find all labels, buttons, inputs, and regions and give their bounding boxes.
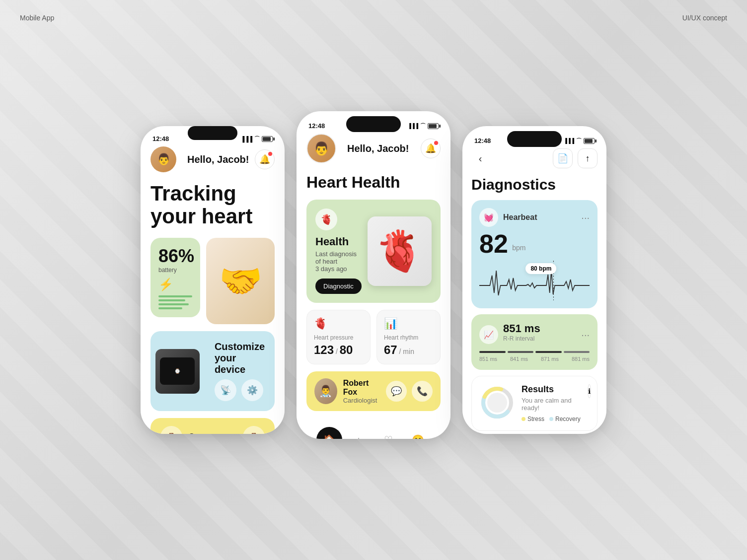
greeting-row-2: 👨 Hello, Jacob! 🔔	[306, 134, 441, 163]
page-label-left: Mobile App	[20, 14, 54, 22]
rr-val-1: 851 ms	[479, 356, 497, 362]
heart-3d-image: 🫀	[368, 216, 432, 286]
phone-diagnostics: 12:48 ▐▐▐ ⌒ ‹ 📄 ↑ Diagnostics	[462, 126, 606, 434]
connect-icon-left: ⌚	[160, 426, 182, 434]
settings-device-btn[interactable]: ⚙️	[241, 379, 263, 401]
heart-pressure-card: 🫀 Heart pressure 123 / 80	[306, 310, 371, 364]
pressure-value: 123 / 80	[314, 343, 363, 357]
notification-dot-2	[434, 141, 438, 145]
heartbeat-header: 💓 Hearbeat ···	[479, 208, 590, 227]
doctor-role: Cardiologist	[343, 397, 380, 404]
tracking-title: Tracking your heart	[150, 182, 275, 228]
phone2-content: 👨 Hello, Jacob! 🔔 Heart Health 🫀 Health …	[297, 134, 450, 439]
bpm-display: 82 bpm	[479, 231, 590, 257]
heart-health-title: Heart Health	[306, 173, 441, 192]
info-button[interactable]: ℹ	[588, 384, 591, 398]
nav-heart[interactable]: ♡	[375, 427, 401, 439]
signal-icon-2: ▐▐▐	[408, 123, 418, 129]
hello-text-1: Hello, Jacob!	[187, 154, 249, 165]
connect-bar[interactable]: ⌚ Connect >>> ⌚	[150, 418, 275, 434]
rr-labels: 851 ms 841 ms 871 ms 881 ms	[479, 356, 590, 362]
rr-bar-3	[535, 351, 562, 353]
results-sub: You are calm and ready!	[522, 397, 581, 412]
health-left: 🫀 Health Last diagnosis of heart 3 days …	[315, 209, 362, 294]
rr-title-block: 851 ms R-R interval	[503, 322, 540, 347]
bpm-value: 82	[479, 229, 508, 258]
results-title: Results	[522, 384, 581, 395]
rhythm-value: 67 / min	[384, 343, 433, 357]
connect-icon-right: ⌚	[243, 426, 265, 434]
rr-bar-4	[564, 351, 590, 353]
status-time-1: 12:48	[152, 135, 169, 142]
call-button[interactable]: 📞	[412, 381, 433, 402]
rr-val-2: 841 ms	[510, 356, 528, 362]
bell-button-2[interactable]: 🔔	[421, 139, 441, 158]
stress-label: Stress	[527, 416, 544, 422]
donut-chart-container	[480, 385, 515, 422]
results-card: Results You are calm and ready! Stress R…	[471, 376, 598, 431]
nav-profile[interactable]: 😊	[405, 427, 431, 439]
nav-plus[interactable]: ＋	[346, 427, 372, 439]
rhythm-icon: 📊	[384, 317, 433, 330]
device-screen: ⌚	[160, 357, 195, 385]
status-icons-1: ▐▐▐ ⌒	[241, 135, 273, 142]
battery-icon-3	[584, 138, 595, 144]
lines-indicator	[158, 295, 192, 309]
waveform-container: 80 bpm	[479, 261, 590, 300]
wifi-icon-3: ⌒	[576, 137, 582, 144]
battery-icon-2	[428, 123, 439, 129]
wifi-icon: ⌒	[254, 135, 260, 142]
doctor-name: Robert Fox	[343, 379, 380, 397]
device-icons: 📡 ⚙️	[215, 379, 265, 401]
rr-label: R-R interval	[503, 335, 540, 342]
heartbeat-icon-title: 💓 Hearbeat	[479, 208, 537, 227]
doctor-actions: 💬 📞	[386, 381, 433, 402]
heartbeat-title: Hearbeat	[503, 213, 537, 222]
heartbeat-icon: 💓	[479, 208, 498, 227]
heart-rhythm-card: 📊 Heart rhythm 67 / min	[376, 310, 441, 364]
heartbeat-card: 💓 Hearbeat ··· 82 bpm	[471, 200, 598, 308]
recovery-label: Recovery	[555, 416, 581, 422]
rr-bar-chart	[479, 351, 590, 353]
battery-card: 86% battery ⚡	[150, 238, 200, 317]
nav-home[interactable]: 🏠	[316, 427, 342, 439]
back-button[interactable]: ‹	[471, 149, 489, 167]
rr-bar-1	[479, 351, 506, 353]
customize-card: ⌚ Customize your device 📡 ⚙️	[150, 331, 275, 411]
donut-chart-svg	[480, 385, 515, 420]
battery-percentage: 86%	[158, 246, 192, 267]
doctor-card: 👨‍⚕️ Robert Fox Cardiologist 💬 📞	[306, 371, 441, 411]
battery-icon	[262, 136, 273, 142]
connect-label: Connect >>>	[189, 432, 236, 434]
doctor-info: Robert Fox Cardiologist	[343, 379, 380, 404]
metrics-row: 🫀 Heart pressure 123 / 80 📊 Heart rhythm…	[306, 310, 441, 364]
chat-button[interactable]: 💬	[386, 381, 407, 402]
bell-button-1[interactable]: 🔔	[255, 149, 275, 169]
more-dots-heartbeat[interactable]: ···	[581, 212, 590, 223]
results-info: Results You are calm and ready! Stress R…	[522, 384, 581, 422]
recovery-dot	[549, 417, 553, 421]
pressure-icon: 🫀	[314, 317, 363, 330]
document-button[interactable]: 📄	[553, 148, 573, 168]
wrist-image-card: 🤝	[206, 238, 275, 324]
wifi-device-btn[interactable]: 📡	[215, 379, 236, 401]
upload-button[interactable]: ↑	[578, 148, 598, 168]
hello-text-2: Hello, Jacob!	[347, 143, 409, 154]
phone3-content: ‹ 📄 ↑ Diagnostics 💓 Hearbeat ··· 82	[462, 148, 606, 431]
rr-icon-title: 📈 851 ms R-R interval	[479, 322, 540, 347]
stress-legend: Stress	[522, 416, 544, 422]
avatar-2: 👨	[306, 134, 336, 163]
diag-actions: 📄 ↑	[553, 148, 598, 168]
greeting-row-1: 👨 Hello, Jacob! 🔔	[150, 146, 275, 172]
stress-dot	[522, 417, 525, 421]
more-dots-rr[interactable]: ···	[581, 329, 590, 341]
lightning-icon: ⚡	[158, 278, 192, 291]
results-legend: Stress Recovery	[522, 416, 581, 422]
wifi-icon-2: ⌒	[420, 122, 426, 130]
signal-icon-3: ▐▐▐	[564, 138, 574, 143]
pressure-label: Heart pressure	[314, 334, 363, 341]
avatar-1: 👨	[150, 146, 176, 172]
heart-outline-icon: 🫀	[315, 209, 337, 230]
diagnostic-button[interactable]: Diagnostic	[315, 279, 362, 294]
rr-header: 📈 851 ms R-R interval ···	[479, 322, 590, 347]
